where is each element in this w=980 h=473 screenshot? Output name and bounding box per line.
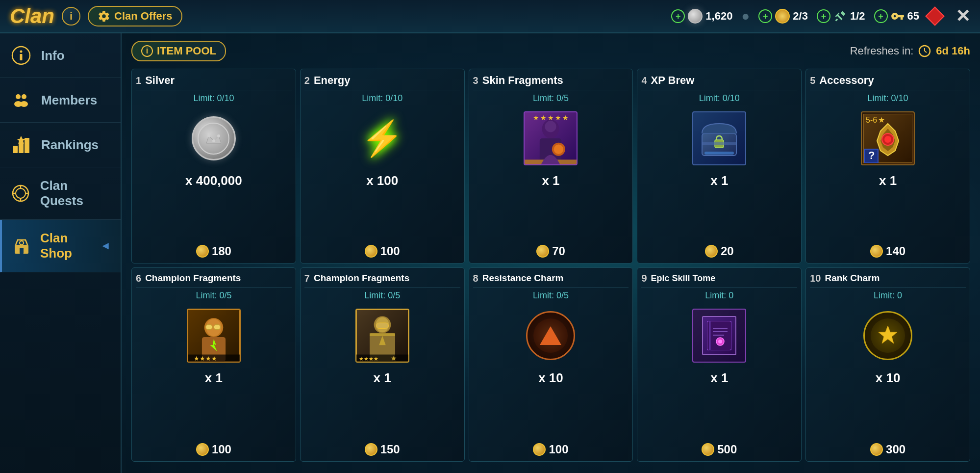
item-5-price-value: 140 xyxy=(886,244,905,258)
svg-text:?: ? xyxy=(868,149,875,161)
item-2-number: 2 xyxy=(304,75,310,86)
sword-currency: + 1/2 xyxy=(817,9,865,23)
shop-item-3[interactable]: 3 Skin Fragments Limit: 0/5 xyxy=(469,69,633,263)
triangle-icon xyxy=(540,326,561,345)
svg-rect-62 xyxy=(370,333,395,336)
svg-text:★★★★: ★★★★ xyxy=(359,356,378,362)
svg-point-33 xyxy=(554,145,563,154)
members-icon xyxy=(10,89,32,111)
item-4-price-value: 20 xyxy=(721,244,734,258)
sidebar-item-members[interactable]: Members xyxy=(0,78,121,123)
sword-value: 1/2 xyxy=(850,10,865,23)
svg-rect-8 xyxy=(19,142,24,153)
item-4-number: 4 xyxy=(641,75,647,86)
add-quest-button[interactable]: + xyxy=(758,9,772,23)
item-6-image: ★★★★ xyxy=(187,309,241,363)
svg-text:5-6: 5-6 xyxy=(866,116,877,124)
coin-icon-10 xyxy=(870,443,883,456)
item-5-image: 5-6 ★ ? xyxy=(861,111,915,165)
shop-item-7[interactable]: 7 Champion Fragments Limit: 0/5 xyxy=(300,267,465,462)
item-pool-info-icon: i xyxy=(141,45,153,57)
sidebar-item-clan-quests[interactable]: Clan Quests xyxy=(0,167,121,220)
item-1-price-value: 180 xyxy=(212,244,231,258)
resistance-charm-icon xyxy=(526,311,575,360)
accessory-icon: 5-6 ★ ? xyxy=(861,111,915,165)
silver-inner xyxy=(198,123,229,155)
shop-item-5[interactable]: 5 Accessory Limit: 0/10 xyxy=(805,69,970,263)
item-9-price-value: 500 xyxy=(717,443,737,456)
sidebar-item-rankings[interactable]: Rankings xyxy=(0,123,121,167)
svg-point-19 xyxy=(20,241,24,245)
coin-icon-5 xyxy=(870,245,883,258)
divider xyxy=(641,90,797,90)
shop-item-2[interactable]: 2 Energy Limit: 0/10 ⚡ x 100 100 xyxy=(300,69,465,263)
item-7-limit: Limit: 0/5 xyxy=(364,290,400,301)
sidebar-info-label: Info xyxy=(41,48,65,63)
star-svg xyxy=(876,323,900,348)
close-button[interactable]: ✕ xyxy=(955,6,970,26)
coin-icon-9 xyxy=(702,443,714,456)
diamond-icon xyxy=(925,6,945,26)
shop-item-10[interactable]: 10 Rank Charm Limit: 0 x 10 300 xyxy=(805,267,970,462)
add-key-button[interactable]: + xyxy=(874,9,888,23)
shop-item-3-header: 3 Skin Fragments xyxy=(473,74,629,87)
item-7-price-value: 150 xyxy=(380,443,400,456)
sidebar-clan-quests-label: Clan Quests xyxy=(40,178,111,209)
svg-point-24 xyxy=(207,134,210,137)
svg-rect-59 xyxy=(376,322,388,328)
refresh-timer: 6d 16h xyxy=(936,45,970,57)
item-8-image xyxy=(524,309,578,363)
svg-rect-7 xyxy=(13,146,18,153)
clock-icon xyxy=(918,45,931,57)
item-1-quantity: x 400,000 xyxy=(185,173,242,188)
key-value: 65 xyxy=(907,10,919,23)
item-9-quantity: x 1 xyxy=(710,370,728,386)
refresh-info: Refreshes in: 6d 16h xyxy=(850,45,970,57)
svg-point-44 xyxy=(884,136,891,143)
add-sword-button[interactable]: + xyxy=(817,9,830,23)
info-button[interactable]: i xyxy=(62,7,80,26)
svg-text:★: ★ xyxy=(878,116,885,124)
divider xyxy=(136,90,292,90)
item-9-price: 500 xyxy=(702,443,737,456)
sidebar-clan-shop-label: Clan Shop xyxy=(40,231,91,261)
sidebar-item-clan-shop[interactable]: Clan Shop ◄ xyxy=(0,220,121,272)
item-7-image: ★★★★ xyxy=(355,309,409,363)
item-10-name: Rank Charm xyxy=(825,273,966,284)
item-8-name: Resistance Charm xyxy=(482,273,629,284)
shop-item-9-header: 9 Epic Skill Tome xyxy=(641,273,797,284)
item-8-limit: Limit: 0/5 xyxy=(533,290,569,301)
xp-brew-icon xyxy=(692,111,746,165)
shop-item-6[interactable]: 6 Champion Fragments Limit: 0/5 xyxy=(131,267,296,462)
item-9-image xyxy=(692,309,746,363)
item-5-price: 140 xyxy=(870,244,905,258)
champion-1-portrait: ★★★★ xyxy=(355,309,409,363)
item-10-number: 10 xyxy=(810,273,821,284)
item-4-quantity: x 1 xyxy=(710,173,728,188)
resistance-inner xyxy=(533,318,568,353)
shop-item-8[interactable]: 8 Resistance Charm Limit: 0/5 x 10 100 xyxy=(469,267,633,462)
shop-item-9[interactable]: 9 Epic Skill Tome Limit: 0 xyxy=(637,267,802,462)
key-icon xyxy=(891,9,905,23)
shop-item-4[interactable]: 4 XP Brew Limit: 0/10 xyxy=(637,69,802,263)
add-silver-button[interactable]: + xyxy=(671,9,685,23)
refreshes-label: Refreshes in: xyxy=(850,45,914,57)
svg-text:★★★★: ★★★★ xyxy=(193,355,217,362)
divider xyxy=(810,90,966,90)
silver-icon xyxy=(688,9,703,24)
clan-offers-button[interactable]: Clan Offers xyxy=(88,6,182,26)
svg-rect-51 xyxy=(214,324,220,329)
svg-point-4 xyxy=(22,94,26,99)
quest-coin-icon xyxy=(775,9,790,24)
shop-item-1[interactable]: 1 Silver Limit: 0/10 x 400 xyxy=(131,69,296,263)
lightning-icon: ⚡ xyxy=(361,118,403,158)
sidebar-item-info[interactable]: Info xyxy=(0,33,121,78)
svg-rect-18 xyxy=(20,248,24,254)
item-8-price-value: 100 xyxy=(549,443,568,456)
divider xyxy=(304,90,460,90)
item-2-quantity: x 100 xyxy=(366,173,398,188)
quest-value: 2/3 xyxy=(793,10,808,23)
item-6-price-value: 100 xyxy=(212,443,231,456)
skin-fragment-icon: ★ ★ ★ ★ ★ xyxy=(524,111,578,165)
item-3-number: 3 xyxy=(473,75,478,86)
